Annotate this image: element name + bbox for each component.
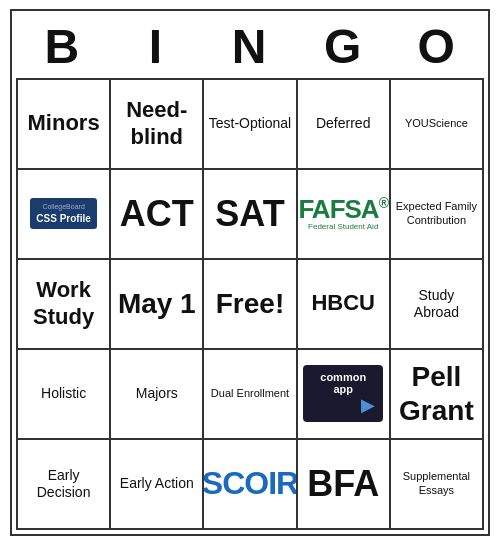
common-app-title: common app (311, 371, 375, 395)
cell-2-2-free: Free! (204, 260, 297, 350)
cell-4-4: Supplemental Essays (391, 440, 484, 530)
bingo-header: B I N G O (16, 15, 484, 78)
cell-1-3: FAFSA® Federal Student Aid (298, 170, 391, 260)
cell-1-2: SAT (204, 170, 297, 260)
common-app-icon: ▶ (361, 395, 375, 417)
common-app-badge: common app ▶ (303, 365, 383, 423)
cell-0-4: YOUScience (391, 80, 484, 170)
fafsa-title: FAFSA® (298, 196, 388, 222)
cell-1-1: ACT (111, 170, 204, 260)
header-n: N (203, 15, 297, 78)
cell-3-2: Dual Enrollment (204, 350, 297, 440)
college-board-label: CollegeBoard (42, 202, 84, 211)
cell-4-3: BFA (298, 440, 391, 530)
cell-1-0: CollegeBoard CSS Profile (18, 170, 111, 260)
cell-4-1: Early Action (111, 440, 204, 530)
cell-3-1: Majors (111, 350, 204, 440)
cell-2-4: Study Abroad (391, 260, 484, 350)
css-profile-badge: CollegeBoard CSS Profile (30, 198, 96, 228)
header-g: G (297, 15, 391, 78)
cell-0-3: Deferred (298, 80, 391, 170)
cell-0-0: Minors (18, 80, 111, 170)
css-profile-text: CSS Profile (36, 212, 90, 225)
cell-1-4: Expected Family Contribution (391, 170, 484, 260)
fafsa-badge: FAFSA® Federal Student Aid (298, 196, 388, 232)
fafsa-subtitle: Federal Student Aid (308, 222, 378, 232)
cell-2-0: Work Study (18, 260, 111, 350)
cell-0-2: Test-Optional (204, 80, 297, 170)
header-o: O (390, 15, 484, 78)
cell-3-0: Holistic (18, 350, 111, 440)
scoir-badge: SCOIR (204, 464, 297, 502)
cell-2-1: May 1 (111, 260, 204, 350)
header-b: B (16, 15, 110, 78)
bingo-card: B I N G O Minors Need-blind Test-Optiona… (10, 9, 490, 536)
header-i: I (110, 15, 204, 78)
cell-3-4: Pell Grant (391, 350, 484, 440)
cell-0-1: Need-blind (111, 80, 204, 170)
cell-3-3: common app ▶ (298, 350, 391, 440)
cell-4-0: Early Decision (18, 440, 111, 530)
cell-4-2: SCOIR (204, 440, 297, 530)
bingo-grid: Minors Need-blind Test-Optional Deferred… (16, 78, 484, 530)
cell-2-3: HBCU (298, 260, 391, 350)
